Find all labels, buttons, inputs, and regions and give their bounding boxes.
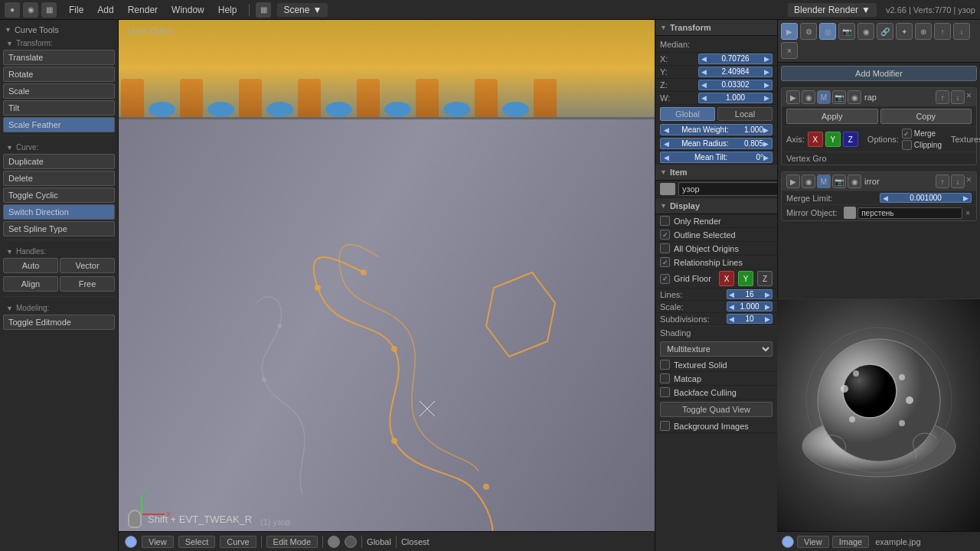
y-arrow-right[interactable]: ▶ — [762, 67, 772, 77]
scene-selector[interactable]: Scene ▼ — [277, 3, 328, 17]
set-spline-type-btn[interactable]: Set Spline Type — [3, 221, 115, 236]
scale-btn[interactable]: Scale — [3, 83, 115, 99]
preview-view-btn[interactable]: View — [797, 536, 829, 548]
grid-x-btn[interactable]: X — [719, 271, 734, 286]
scale-arrow-r[interactable]: ▶ — [763, 303, 772, 311]
all-origins-checkbox[interactable] — [660, 243, 670, 253]
local-btn[interactable]: Local — [717, 107, 773, 121]
mod-icon-6[interactable]: 🔗 — [877, 23, 893, 40]
mod-s2-icon-4[interactable]: 📷 — [832, 174, 846, 188]
grid-y-btn[interactable]: Y — [738, 271, 753, 286]
vector-btn[interactable]: Vector — [60, 258, 115, 273]
mean-tilt-field[interactable]: ◀ Mean Tilt: 0° ▶ — [660, 152, 773, 163]
mod-s2-down[interactable]: ↓ — [951, 174, 965, 188]
w-field[interactable]: ◀ 1.000 ▶ — [698, 93, 773, 103]
mod-section-2-close[interactable]: × — [966, 174, 972, 188]
mod-s1-icon-1[interactable]: ▶ — [786, 90, 800, 104]
y-arrow-left[interactable]: ◀ — [699, 67, 709, 77]
grid-z-btn[interactable]: Z — [757, 271, 773, 286]
subdivisions-field[interactable]: ◀ 10 ▶ — [727, 314, 773, 324]
ml-arrow-l[interactable]: ◀ — [880, 194, 890, 202]
free-btn[interactable]: Free — [60, 276, 115, 292]
mod-icon-7[interactable]: ✦ — [896, 23, 913, 40]
outline-selected-checkbox[interactable] — [660, 230, 670, 240]
item-name-input[interactable] — [678, 182, 777, 196]
scale-field[interactable]: ◀ 1.000 ▶ — [727, 302, 773, 311]
y-field[interactable]: ◀ 2.40984 ▶ — [698, 67, 773, 77]
mod-s2-icon-2[interactable]: ◉ — [802, 174, 815, 188]
duplicate-btn[interactable]: Duplicate — [3, 154, 115, 169]
mod-s1-icon-2[interactable]: ◉ — [802, 90, 815, 104]
z-field[interactable]: ◀ 0.03302 ▶ — [698, 80, 773, 90]
preview-image-btn[interactable]: Image — [832, 536, 870, 548]
add-modifier-btn[interactable]: Add Modifier — [781, 66, 977, 81]
rotate-btn[interactable]: Rotate — [3, 67, 115, 82]
sub-arrow-l[interactable]: ◀ — [727, 315, 736, 323]
mt-arrow-left[interactable]: ◀ — [664, 154, 669, 161]
backface-culling-checkbox[interactable] — [660, 387, 670, 397]
mod-s2-icon-5[interactable]: ◉ — [848, 174, 861, 188]
background-images-checkbox[interactable] — [660, 421, 670, 431]
curve-btn[interactable]: Curve — [220, 536, 256, 548]
mr-arrow-right[interactable]: ▶ — [763, 140, 769, 148]
textured-solid-checkbox[interactable] — [660, 360, 670, 370]
w-arrow-left[interactable]: ◀ — [699, 93, 709, 103]
menu-help[interactable]: Help — [212, 3, 243, 17]
mod-section-1-close[interactable]: × — [966, 90, 972, 104]
mod-icon-4[interactable]: 📷 — [838, 23, 855, 40]
w-arrow-right[interactable]: ▶ — [762, 93, 772, 103]
lines-field[interactable]: ◀ 16 ▶ — [727, 289, 773, 299]
tilt-btn[interactable]: Tilt — [3, 100, 115, 116]
sub-arrow-r[interactable]: ▶ — [763, 315, 772, 323]
copy-btn[interactable]: Copy — [880, 109, 972, 124]
mw-arrow-right[interactable]: ▶ — [763, 126, 769, 134]
switch-direction-btn[interactable]: Switch Direction — [3, 204, 115, 220]
auto-btn[interactable]: Auto — [3, 258, 58, 273]
lines-arrow-l[interactable]: ◀ — [727, 291, 736, 298]
toggle-quad-view-btn[interactable]: Toggle Quad View — [660, 402, 773, 417]
mod-s2-icon-1[interactable]: ▶ — [786, 174, 800, 188]
mod-icon-8[interactable]: ⊕ — [915, 23, 932, 40]
mod-icon-9[interactable]: ↑ — [934, 23, 951, 40]
mod-s2-icon-3[interactable]: M — [817, 174, 831, 188]
grid-floor-checkbox[interactable] — [660, 274, 670, 284]
scale-arrow-l[interactable]: ◀ — [727, 303, 736, 311]
mod-icon-3[interactable]: ◎ — [819, 23, 836, 40]
menu-window[interactable]: Window — [165, 3, 211, 17]
mod-s2-up[interactable]: ↑ — [936, 174, 949, 188]
matcap-checkbox[interactable] — [660, 373, 670, 383]
only-render-checkbox[interactable] — [660, 216, 670, 226]
mod-icon-2[interactable]: ⚙ — [800, 23, 817, 40]
toggle-editmode-btn[interactable]: Toggle Editmode — [3, 315, 115, 330]
mod-s1-up[interactable]: ↑ — [936, 90, 949, 104]
z-arrow-right[interactable]: ▶ — [762, 80, 772, 90]
align-btn[interactable]: Align — [3, 276, 58, 292]
viewport[interactable]: User Ortho Shift + EVT_TWEAK_R X Y (1) у… — [119, 20, 655, 551]
merge-checkbox[interactable] — [902, 129, 912, 139]
global-btn[interactable]: Global — [660, 107, 715, 121]
x-field[interactable]: ◀ 0.70726 ▶ — [698, 54, 773, 64]
z-arrow-left[interactable]: ◀ — [699, 80, 709, 90]
apply-btn[interactable]: Apply — [786, 109, 878, 124]
menu-render[interactable]: Render — [122, 3, 164, 17]
select-btn[interactable]: Select — [178, 536, 216, 548]
mod-icon-1[interactable]: ▶ — [781, 23, 798, 40]
mirror-obj-clear[interactable]: × — [964, 209, 972, 217]
mod-icon-close[interactable]: × — [781, 42, 798, 59]
scale-feather-btn[interactable]: Scale Feather — [3, 117, 115, 132]
mr-arrow-left[interactable]: ◀ — [664, 140, 669, 148]
mod-s1-down[interactable]: ↓ — [951, 90, 965, 104]
mirror-object-input[interactable] — [858, 207, 962, 219]
x-arrow-right[interactable]: ▶ — [762, 54, 772, 64]
mt-arrow-right[interactable]: ▶ — [763, 154, 769, 161]
menu-file[interactable]: File — [63, 3, 90, 17]
layout-icon[interactable]: ▦ — [256, 2, 271, 18]
mod-s1-icon-5[interactable]: ◉ — [848, 90, 861, 104]
merge-limit-field[interactable]: ◀ 0.001000 ▶ — [880, 193, 972, 203]
mean-radius-field[interactable]: ◀ Mean Radius: 0.805 ▶ — [660, 138, 773, 149]
axis-z-btn[interactable]: Z — [843, 132, 858, 147]
x-arrow-left[interactable]: ◀ — [699, 54, 709, 64]
mod-icon-5[interactable]: ◉ — [858, 23, 874, 40]
ml-arrow-r[interactable]: ▶ — [961, 194, 971, 202]
mod-s1-icon-4[interactable]: 📷 — [832, 90, 846, 104]
